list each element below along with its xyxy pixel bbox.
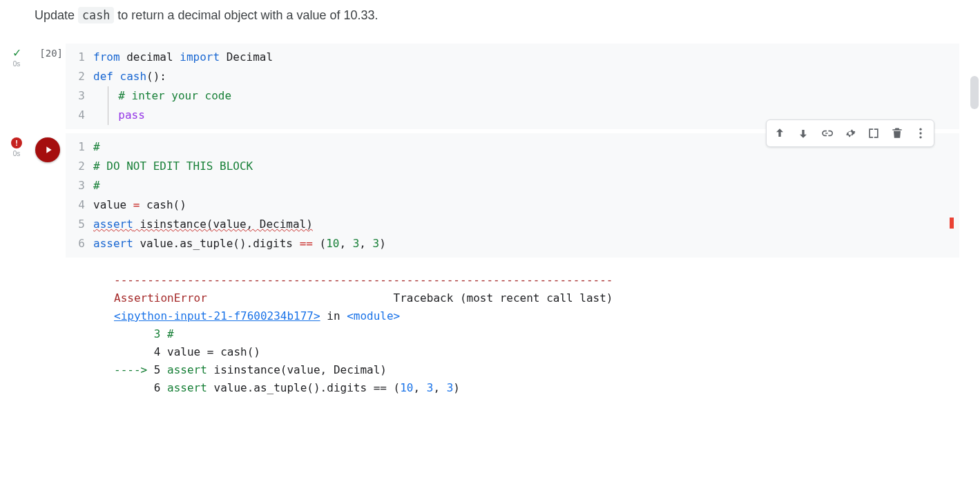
move-down-button[interactable] [791,122,815,145]
traceback-divider: ----------------------------------------… [114,273,613,287]
execution-status-error: ! 0s [7,137,26,157]
code-editor[interactable]: 1 2 3 4 5 6 # # DO NOT EDIT THIS BLOCK #… [66,133,959,258]
mirror-button[interactable] [862,122,885,145]
svg-point-2 [919,136,921,138]
delete-button[interactable] [885,122,909,145]
line-numbers: 1 2 3 4 [66,48,93,125]
error-icon: ! [11,137,22,148]
svg-point-1 [919,132,921,134]
markdown-cell[interactable]: Update cash to return a decimal object w… [0,0,980,44]
traceback-label: Traceback (most recent call last) [394,291,613,305]
code-editor[interactable]: 1 2 3 4 from decimal import Decimal def … [66,44,959,129]
markdown-inline-code: cash [78,7,114,23]
run-cell-button[interactable] [35,137,60,162]
markdown-text: to return a decimal object with a value … [114,8,378,22]
execution-time: 0s [13,150,21,157]
check-icon: ✓ [12,48,21,59]
traceback-source-link[interactable]: <ipython-input-21-f7600234b177> [114,309,320,322]
gear-icon [843,126,857,140]
cell-output: ----------------------------------------… [66,258,959,404]
traceback-arrow: ----> [114,363,154,376]
trash-icon [890,126,904,140]
arrow-down-icon [796,126,810,140]
code-cell[interactable]: ! 0s [28,133,980,404]
link-icon [820,126,834,140]
svg-point-0 [919,128,921,131]
error-marker-icon[interactable] [950,218,954,229]
settings-button[interactable] [838,122,862,145]
cell-toolbar [766,119,934,147]
arrow-up-icon [773,126,787,140]
line-numbers: 1 2 3 4 5 6 [66,137,93,253]
markdown-text: Update [35,8,78,22]
execution-count: [20] [39,48,63,59]
mirror-icon [867,126,881,140]
execution-status-ok: ✓ 0s [7,48,26,68]
move-up-button[interactable] [768,122,791,145]
exception-name: AssertionError [114,291,207,305]
execution-time: 0s [13,60,21,68]
more-button[interactable] [909,122,932,145]
more-vert-icon [914,126,928,140]
play-icon [43,144,54,155]
link-button[interactable] [815,122,838,145]
code-cell[interactable]: ✓ 0s [20] 1 2 3 4 from decimal import De… [28,44,980,129]
